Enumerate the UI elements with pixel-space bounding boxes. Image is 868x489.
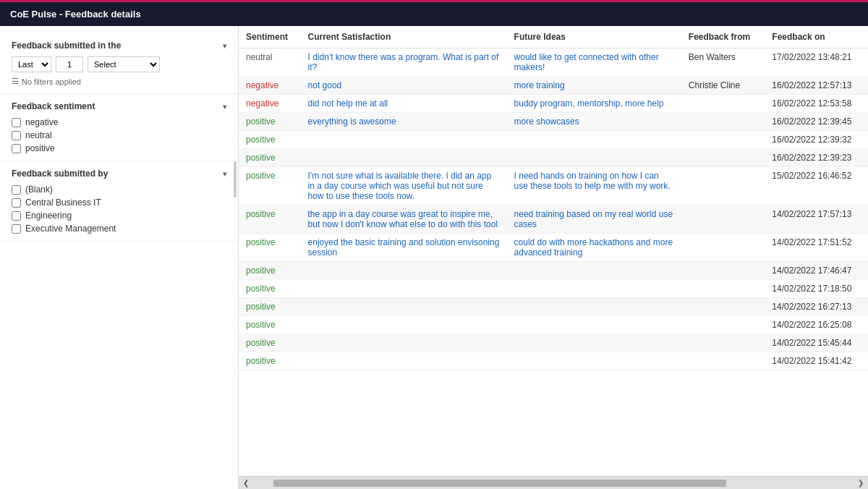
num-input[interactable] xyxy=(56,56,83,72)
sentiment-chevron-icon[interactable]: ▾ xyxy=(223,103,226,111)
cell-feedback-on: 14/02/2022 17:46:47 xyxy=(765,262,868,280)
cell-feedback-on: 16/02/2022 12:39:45 xyxy=(765,113,868,131)
cell-sentiment: positive xyxy=(239,234,301,262)
sentiment-section: Feedback sentiment ▾ negativeneutralposi… xyxy=(0,94,238,161)
col-header-feedbackOn: Feedback on xyxy=(765,26,868,48)
table-row: positive14/02/2022 17:18:50 xyxy=(239,280,868,298)
cell-sentiment: positive xyxy=(239,149,301,167)
table-row: positiveI'm not sure what is available t… xyxy=(239,167,868,205)
submitted-by-checkbox[interactable] xyxy=(12,211,21,221)
cell-future-ideas xyxy=(507,262,681,280)
cell-current-satisfaction xyxy=(301,280,507,298)
cell-feedback-from: Ben Walters xyxy=(681,48,765,77)
filter-row: Last Select xyxy=(12,56,226,72)
cell-sentiment: positive xyxy=(239,205,301,234)
sentiment-checkbox-item: positive xyxy=(12,143,226,153)
cell-current-satisfaction: not good xyxy=(301,77,507,95)
horizontal-scrollbar[interactable]: ❮ ❯ xyxy=(239,476,868,489)
submitted-by-checkbox-label: Executive Management xyxy=(25,224,116,234)
sidebar: Feedback submitted in the ▾ Last Select … xyxy=(0,26,239,489)
submitted-by-checkbox-item: (Blank) xyxy=(12,184,226,195)
submitted-by-checkbox[interactable] xyxy=(12,224,21,234)
cell-current-satisfaction xyxy=(301,262,507,280)
table-row: positive16/02/2022 12:39:32 xyxy=(239,131,868,149)
table-row: positive14/02/2022 15:45:44 xyxy=(239,334,868,352)
cell-future-ideas xyxy=(507,334,681,352)
table-row: positiveeverything is awesomemore showca… xyxy=(239,113,868,131)
cell-future-ideas xyxy=(507,131,681,149)
submitted-by-checkbox-label: Central Business IT xyxy=(25,197,101,208)
main-layout: Feedback submitted in the ▾ Last Select … xyxy=(0,26,868,489)
cell-sentiment: neutral xyxy=(239,48,301,77)
sentiment-checkbox[interactable] xyxy=(12,144,21,153)
submitted-by-header: Feedback submitted by ▾ xyxy=(12,169,226,179)
sentiment-checkbox[interactable] xyxy=(12,131,21,140)
sentiment-checkbox[interactable] xyxy=(12,118,21,127)
cell-feedback-from xyxy=(681,352,765,370)
sidebar-scrollbar[interactable] xyxy=(234,161,237,197)
feedback-table: SentimentCurrent SatisfactionFuture Idea… xyxy=(239,26,868,370)
sentiment-checkbox-item: neutral xyxy=(12,130,226,140)
cell-feedback-from xyxy=(681,205,765,234)
cell-feedback-on: 14/02/2022 16:25:08 xyxy=(765,316,868,334)
table-row: positive14/02/2022 16:25:08 xyxy=(239,316,868,334)
cell-future-ideas: would like to get connected with other m… xyxy=(507,48,681,77)
period-select[interactable]: Select xyxy=(88,56,160,72)
chevron-down-icon[interactable]: ▾ xyxy=(223,42,226,50)
table-body: neutralI didn't know there was a program… xyxy=(239,48,868,370)
cell-current-satisfaction: enjoyed the basic training and solution … xyxy=(301,234,507,262)
sentiment-checkbox-label: positive xyxy=(25,143,55,153)
cell-future-ideas: buddy program, mentorship, more help xyxy=(507,95,681,113)
table-row: negativedid not help me at allbuddy prog… xyxy=(239,95,868,113)
submitted-by-chevron-icon[interactable]: ▾ xyxy=(223,170,226,178)
cell-current-satisfaction xyxy=(301,334,507,352)
cell-future-ideas: more showcases xyxy=(507,113,681,131)
cell-sentiment: positive xyxy=(239,352,301,370)
cell-current-satisfaction xyxy=(301,131,507,149)
cell-current-satisfaction xyxy=(301,352,507,370)
submitted-by-section: Feedback submitted by ▾ (Blank)Central B… xyxy=(0,161,238,242)
cell-feedback-on: 14/02/2022 17:51:52 xyxy=(765,234,868,262)
cell-current-satisfaction xyxy=(301,316,507,334)
scrollbar-track xyxy=(252,480,855,487)
cell-feedback-from xyxy=(681,234,765,262)
submitted-by-checkbox[interactable] xyxy=(12,185,21,195)
scrollbar-thumb[interactable] xyxy=(273,480,726,487)
sentiment-checkbox-label: neutral xyxy=(25,130,52,140)
cell-feedback-on: 16/02/2022 12:53:58 xyxy=(765,95,868,113)
submitted-by-checkbox-label: (Blank) xyxy=(25,184,53,195)
filter-submitted-section: Feedback submitted in the ▾ Last Select … xyxy=(0,33,238,94)
cell-future-ideas xyxy=(507,316,681,334)
scroll-right-arrow[interactable]: ❯ xyxy=(855,479,867,487)
no-filters-label: ☰ No filters applied xyxy=(12,77,226,86)
cell-feedback-from xyxy=(681,95,765,113)
cell-feedback-from xyxy=(681,131,765,149)
cell-future-ideas: I need hands on training on how I can us… xyxy=(507,167,681,205)
submitted-by-checkbox-list: (Blank)Central Business ITEngineeringExe… xyxy=(12,184,226,234)
cell-current-satisfaction xyxy=(301,149,507,167)
cell-current-satisfaction: the app in a day course was great to ins… xyxy=(301,205,507,234)
submitted-by-title: Feedback submitted by xyxy=(12,169,108,179)
cell-future-ideas xyxy=(507,280,681,298)
table-wrapper[interactable]: SentimentCurrent SatisfactionFuture Idea… xyxy=(239,26,868,476)
last-select[interactable]: Last xyxy=(12,56,51,72)
scroll-left-arrow[interactable]: ❮ xyxy=(240,479,252,487)
content-area: SentimentCurrent SatisfactionFuture Idea… xyxy=(239,26,868,489)
cell-feedback-from xyxy=(681,262,765,280)
cell-feedback-from xyxy=(681,316,765,334)
filter-submitted-header: Feedback submitted in the ▾ xyxy=(12,41,226,51)
cell-sentiment: positive xyxy=(239,280,301,298)
sentiment-header: Feedback sentiment ▾ xyxy=(12,101,226,111)
cell-feedback-on: 16/02/2022 12:39:32 xyxy=(765,131,868,149)
cell-future-ideas xyxy=(507,298,681,316)
submitted-by-checkbox[interactable] xyxy=(12,198,21,208)
cell-sentiment: positive xyxy=(239,334,301,352)
table-row: positive14/02/2022 16:27:13 xyxy=(239,298,868,316)
cell-feedback-on: 15/02/2022 16:46:52 xyxy=(765,167,868,205)
sentiment-title: Feedback sentiment xyxy=(12,101,95,111)
sentiment-checkbox-list: negativeneutralpositive xyxy=(12,117,226,153)
cell-feedback-from xyxy=(681,334,765,352)
cell-future-ideas: need training based on my real world use… xyxy=(507,205,681,234)
cell-feedback-on: 14/02/2022 15:41:42 xyxy=(765,352,868,370)
cell-future-ideas xyxy=(507,149,681,167)
